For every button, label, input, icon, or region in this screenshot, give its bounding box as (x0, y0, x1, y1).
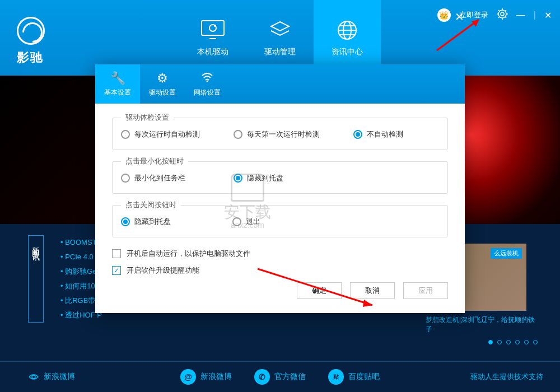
footer-tieba[interactable]: 贴 百度贴吧 (328, 369, 380, 385)
radio-close-tray[interactable]: 隐藏到托盘 (121, 217, 171, 227)
carousel-dot[interactable] (533, 340, 538, 344)
tab-network-settings[interactable]: 网络设置 (185, 64, 230, 104)
globe-icon (333, 19, 361, 41)
checkbox-autostart[interactable]: 开机后自动运行，以保护电脑驱动文件 (112, 249, 448, 259)
tieba-icon: 贴 (328, 369, 344, 385)
nav-label: 驱动管理 (264, 47, 296, 57)
footer-left-weibo[interactable]: 新浪微博 (28, 372, 75, 382)
fieldset-minimize-behavior: 点击最小化按钮时 最小化到任务栏 隐藏到托盘 (112, 161, 448, 194)
news-caption[interactable]: 梦想改造机|深圳飞辽宁，给抚顺的铁子 (426, 315, 538, 334)
carousel-dot[interactable] (515, 340, 520, 344)
radio-min-taskbar[interactable]: 最小化到任务栏 (121, 173, 185, 183)
divider: | (534, 10, 536, 20)
close-icon[interactable]: ✕ (544, 10, 552, 21)
radio-check-daily-first[interactable]: 每天第一次运行时检测 (234, 129, 320, 139)
layers-icon (266, 19, 294, 41)
nav-label: 本机驱动 (197, 47, 228, 57)
radio-icon (353, 130, 362, 139)
legend: 点击关闭按钮时 (121, 200, 181, 210)
footer-wechat[interactable]: ✆ 官方微信 (254, 369, 306, 385)
svg-point-10 (207, 80, 208, 82)
radio-icon (234, 174, 242, 183)
monitor-icon (199, 19, 227, 41)
footer-support-text: 驱动人生提供技术支持 (470, 372, 543, 382)
legend: 驱动体检设置 (121, 113, 174, 123)
svg-rect-0 (202, 21, 224, 35)
nav-label: 资讯中心 (332, 47, 363, 57)
checkbox-icon (112, 249, 121, 258)
radio-icon (121, 130, 130, 139)
settings-gear-icon[interactable] (497, 8, 508, 22)
wechat-icon: ✆ (254, 369, 270, 385)
news-heading: 新闻资讯 (28, 235, 44, 323)
weibo-icon: @ (180, 369, 196, 385)
wrench-icon: 🔧 (110, 71, 125, 86)
tab-basic-settings[interactable]: 🔧 基本设置 (95, 64, 140, 104)
svg-line-11 (437, 20, 479, 50)
radio-min-tray[interactable]: 隐藏到托盘 (234, 173, 283, 183)
radio-icon (232, 217, 241, 226)
checkbox-icon (112, 266, 121, 275)
annotation-arrow-icon (252, 263, 386, 314)
dialog-tab-bar: 🔧 基本设置 ⚙ 驱动设置 网络设置 (95, 64, 465, 104)
brand-name: 影驰 (17, 49, 84, 66)
carousel-dot[interactable] (506, 340, 511, 344)
brand-logo: 影驰 (0, 0, 84, 76)
svg-point-2 (214, 25, 216, 27)
carousel-dot[interactable] (497, 340, 502, 344)
wifi-icon (201, 71, 213, 86)
svg-point-9 (32, 375, 35, 379)
fieldset-close-behavior: 点击关闭按钮时 隐藏到托盘 退出 (112, 205, 448, 237)
tab-driver-settings[interactable]: ⚙ 驱动设置 (140, 64, 185, 104)
gear-icon: ⚙ (157, 71, 168, 86)
carousel-dot[interactable] (488, 340, 493, 344)
annotation-arrow-icon (431, 11, 493, 56)
apply-button[interactable]: 应用 (403, 282, 448, 299)
logo-icon (17, 17, 45, 45)
footer: 新浪微博 @ 新浪微博 ✆ 官方微信 贴 百度贴吧 驱动人生提供技术支持 (0, 361, 560, 392)
thumb-overlay-label: 么远装机 (491, 248, 522, 259)
radio-no-auto-check[interactable]: 不自动检测 (353, 129, 403, 139)
radio-close-exit[interactable]: 退出 (232, 217, 260, 227)
radio-icon (121, 217, 130, 226)
fieldset-driver-check: 驱动体检设置 每次运行时自动检测 每天第一次运行时检测 不自动检测 (112, 118, 448, 150)
carousel-dots (426, 340, 538, 344)
radio-check-every-run[interactable]: 每次运行时自动检测 (121, 129, 200, 139)
radio-icon (121, 174, 130, 183)
footer-weibo[interactable]: @ 新浪微博 (180, 369, 232, 385)
legend: 点击最小化按钮时 (121, 156, 188, 166)
carousel-dot[interactable] (524, 340, 529, 344)
minimize-icon[interactable]: — (516, 10, 525, 20)
radio-icon (234, 130, 242, 139)
svg-line-13 (258, 269, 372, 305)
svg-marker-14 (363, 300, 372, 307)
